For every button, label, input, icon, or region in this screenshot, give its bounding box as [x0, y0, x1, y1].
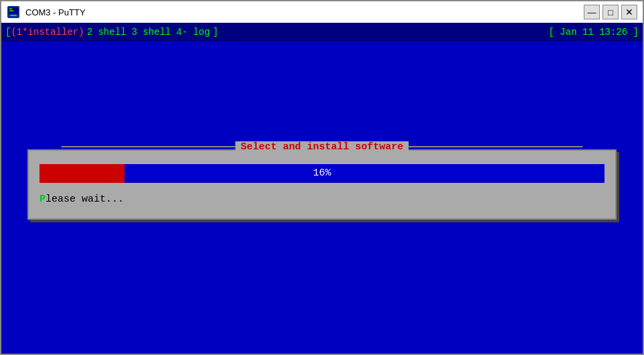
progress-bar-container: 16%: [39, 164, 605, 183]
window-controls: — □ ✕: [584, 5, 637, 19]
datetime-display: [ Jan 11 13:26 ]: [549, 27, 639, 38]
datetime-value: Jan 11 13:26: [560, 27, 627, 38]
install-dialog: Select and install software 16% Please w…: [27, 149, 617, 220]
title-border-left: [61, 146, 235, 147]
putty-window: COM3 - PuTTY — □ ✕ [ (1*installer) 2 she…: [0, 0, 644, 355]
dialog-title-bar: Select and install software: [61, 141, 582, 153]
bracket-open: [: [5, 27, 11, 38]
svg-rect-4: [10, 15, 17, 16]
progress-bar-blue: [125, 164, 605, 183]
svg-rect-2: [9, 8, 12, 9]
svg-rect-3: [9, 10, 13, 11]
content-area: Select and install software 16% Please w…: [1, 42, 643, 327]
bracket-time-close: ]: [633, 27, 639, 38]
title-border-right: [409, 146, 583, 147]
status-text-rest: lease wait...: [46, 194, 124, 205]
tab-3[interactable]: 3 shell: [129, 27, 173, 38]
bottom-area: [1, 327, 643, 354]
status-message: Please wait...: [39, 194, 605, 205]
cursor-indicator: P: [39, 194, 46, 205]
close-button[interactable]: ✕: [621, 5, 637, 19]
minimize-button[interactable]: —: [584, 5, 600, 19]
maximize-button[interactable]: □: [602, 5, 619, 19]
tab-1-active[interactable]: (1*installer): [11, 27, 84, 38]
window-title: COM3 - PuTTY: [25, 7, 578, 17]
bracket-close: ]: [213, 27, 218, 38]
dialog-title: Select and install software: [235, 141, 408, 153]
tab-bar: [ (1*installer) 2 shell 3 shell 4- log ]…: [1, 23, 643, 42]
tab-2[interactable]: 2 shell: [84, 27, 129, 38]
terminal-area: [ (1*installer) 2 shell 3 shell 4- log ]…: [1, 23, 643, 354]
tab-4[interactable]: 4- log: [173, 27, 212, 38]
bracket-time-open: [: [549, 27, 554, 38]
progress-bar-red: [39, 164, 125, 183]
titlebar: COM3 - PuTTY — □ ✕: [1, 1, 643, 23]
putty-icon: [7, 5, 20, 19]
